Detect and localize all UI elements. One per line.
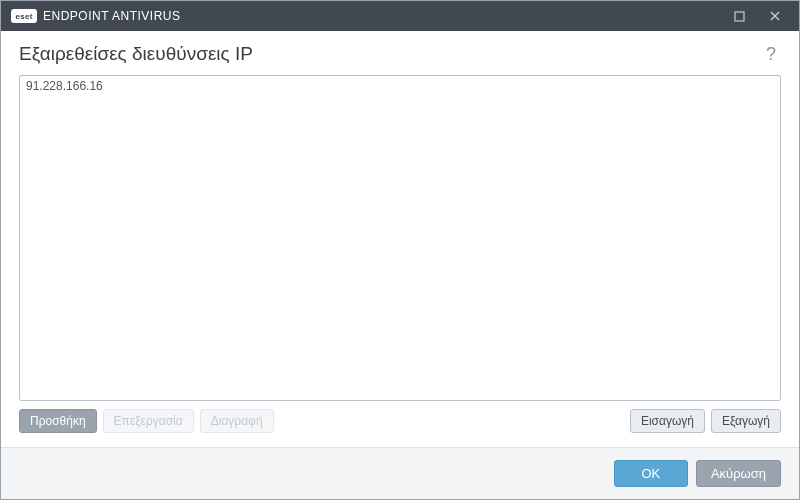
titlebar: eset ENDPOINT ANTIVIRUS xyxy=(1,1,799,31)
svg-rect-0 xyxy=(735,12,744,21)
page-title: Εξαιρεθείσες διευθύνσεις IP xyxy=(19,43,253,65)
ok-button[interactable]: OK xyxy=(614,460,688,487)
help-button[interactable]: ? xyxy=(761,44,781,64)
add-button[interactable]: Προσθήκη xyxy=(19,409,97,433)
import-button[interactable]: Εισαγωγή xyxy=(630,409,705,433)
list-actions-row: Προσθήκη Επεξεργασία Διαγραφή Εισαγωγή Ε… xyxy=(19,409,781,433)
close-button[interactable] xyxy=(757,1,793,31)
eset-logo-icon: eset xyxy=(11,9,37,23)
delete-button: Διαγραφή xyxy=(200,409,274,433)
app-name: ENDPOINT ANTIVIRUS xyxy=(43,9,180,23)
dialog-footer: OK Ακύρωση xyxy=(1,447,799,499)
brand: eset ENDPOINT ANTIVIRUS xyxy=(11,9,180,23)
app-window: eset ENDPOINT ANTIVIRUS Εξαιρεθείσες διε… xyxy=(0,0,800,500)
edit-button: Επεξεργασία xyxy=(103,409,194,433)
cancel-button[interactable]: Ακύρωση xyxy=(696,460,781,487)
export-button[interactable]: Εξαγωγή xyxy=(711,409,781,433)
ip-exclusions-listbox[interactable]: 91.228.166.16 xyxy=(19,75,781,401)
header-row: Εξαιρεθείσες διευθύνσεις IP ? xyxy=(19,43,781,65)
maximize-button[interactable] xyxy=(721,1,757,31)
list-item[interactable]: 91.228.166.16 xyxy=(24,78,776,94)
content-area: Εξαιρεθείσες διευθύνσεις IP ? 91.228.166… xyxy=(1,31,799,447)
